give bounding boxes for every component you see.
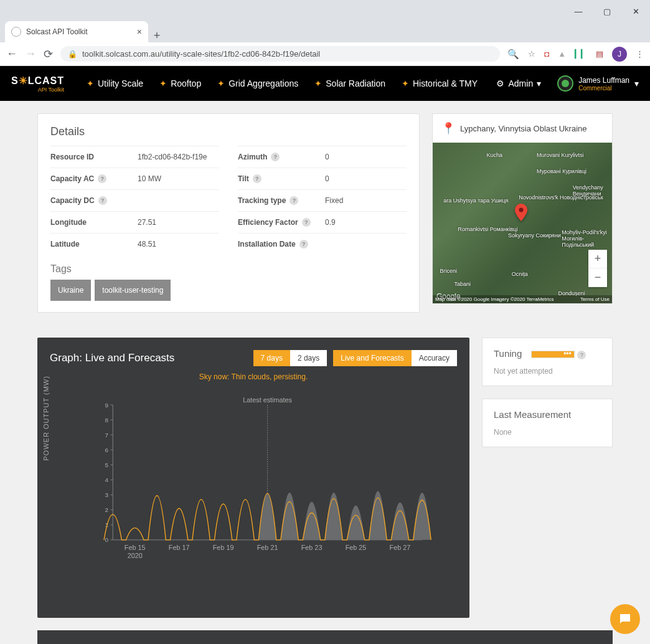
- terms-link[interactable]: Terms of Use: [580, 296, 610, 302]
- zoom-in-button[interactable]: +: [588, 250, 607, 268]
- ext-pdf-icon[interactable]: ▤: [596, 49, 603, 59]
- browser-tab[interactable]: Solcast API Toolkit ×: [5, 21, 148, 42]
- new-tab-button[interactable]: +: [148, 29, 166, 42]
- graph-card: Graph: Live and Forecasts 7 days 2 days …: [37, 338, 469, 618]
- help-icon[interactable]: ?: [290, 196, 298, 205]
- menu-icon[interactable]: ⋮: [636, 49, 644, 59]
- user-menu[interactable]: James Luffman Commercial ▾: [557, 75, 639, 92]
- help-icon[interactable]: ?: [253, 174, 261, 183]
- map-place-label: Ocnița: [512, 271, 528, 277]
- app-nav: S☀LCAST API Toolkit ✦Utility Scale✦Rooft…: [0, 66, 650, 101]
- map-place-label: Novodnistrovs'k Новодністровськ: [519, 194, 603, 201]
- maximize-button[interactable]: ▢: [593, 2, 621, 20]
- svg-text:Feb 25: Feb 25: [346, 544, 367, 551]
- map-pin-icon: [515, 204, 527, 221]
- mode-accuracy-button[interactable]: Accuracy: [412, 350, 457, 366]
- help-icon[interactable]: ?: [577, 351, 586, 359]
- help-icon[interactable]: ?: [98, 174, 106, 183]
- tag[interactable]: toolkit-user-testing: [95, 280, 171, 301]
- details-row: Resource ID1fb2-cd06-842b-f19e: [50, 146, 219, 168]
- mode-toggle: Live and Forecasts Accuracy: [333, 350, 457, 366]
- profile-avatar[interactable]: J: [612, 47, 627, 62]
- search-icon[interactable]: 🔍: [507, 49, 519, 60]
- extensions: 🔍 ☆ ◘ ▲ ▎▎ ▤ J ⋮: [507, 47, 644, 62]
- chevron-down-icon: ▾: [634, 78, 639, 88]
- close-tab-icon[interactable]: ×: [137, 27, 142, 37]
- star-icon[interactable]: ☆: [528, 49, 535, 59]
- mode-live-button[interactable]: Live and Forecasts: [333, 350, 411, 366]
- reload-button[interactable]: ⟳: [44, 47, 53, 61]
- tags-heading: Tags: [50, 263, 407, 275]
- svg-text:Feb 15: Feb 15: [125, 544, 146, 551]
- minimize-button[interactable]: —: [564, 2, 593, 20]
- help-icon[interactable]: ?: [271, 153, 280, 161]
- chart-svg: 0123456789Latest estimatesFeb 15Feb 17Fe…: [50, 394, 457, 568]
- tag[interactable]: Ukraine: [50, 280, 91, 301]
- tuning-progress: [531, 351, 575, 358]
- nav-icon: ✦: [159, 78, 167, 88]
- browser-chrome: — ▢ ✕ Solcast API Toolkit × + ← → ⟳ 🔒 to…: [0, 0, 650, 66]
- map-canvas[interactable]: KuchaMurovani KurylivtsiМуровані Курилів…: [433, 143, 612, 303]
- range-toggle: 7 days 2 days: [253, 350, 327, 366]
- nav-item[interactable]: ✦Rooftop: [159, 78, 201, 88]
- chat-fab[interactable]: [610, 604, 640, 634]
- details-row: Efficiency Factor ?0.9: [238, 211, 407, 233]
- address-bar[interactable]: 🔒 toolkit.solcast.com.au/utility-scale-s…: [60, 46, 500, 62]
- range-7days-button[interactable]: 7 days: [253, 350, 290, 366]
- close-button[interactable]: ✕: [621, 2, 650, 20]
- svg-text:9: 9: [105, 402, 108, 409]
- map-place-label: Муровані Курилівці: [537, 168, 586, 174]
- svg-text:Feb 17: Feb 17: [169, 544, 190, 551]
- details-row: Capacity AC ?10 MW: [50, 168, 219, 189]
- back-button[interactable]: ←: [6, 47, 17, 60]
- tab-bar: Solcast API Toolkit × +: [0, 20, 650, 42]
- tab-title: Solcast API Toolkit: [26, 27, 88, 36]
- nav-item[interactable]: ✦Utility Scale: [87, 78, 143, 88]
- help-icon[interactable]: ?: [299, 240, 308, 249]
- ext-drive-icon[interactable]: ▲: [558, 49, 566, 59]
- svg-text:Feb 19: Feb 19: [213, 544, 234, 551]
- nav-icon: ✦: [217, 78, 225, 88]
- nav-item[interactable]: ✦Historical & TMY: [402, 78, 478, 88]
- map-place-label: Sokyryany Сокиряни: [508, 232, 561, 239]
- admin-menu[interactable]: ⚙ Admin ▾: [496, 78, 541, 88]
- nav-icon: ✦: [87, 78, 94, 88]
- help-icon[interactable]: ?: [302, 218, 311, 227]
- svg-text:0: 0: [105, 536, 108, 543]
- graph-title: Graph: Live and Forecasts: [50, 352, 174, 364]
- svg-text:7: 7: [105, 432, 108, 438]
- svg-text:6: 6: [105, 447, 108, 453]
- pin-icon: 📍: [441, 121, 455, 135]
- nav-icon: ✦: [402, 78, 409, 88]
- map-location: Lypchany, Vinnytsia Oblast Ukraine: [460, 124, 587, 133]
- help-icon[interactable]: ?: [98, 196, 107, 205]
- details-row: Tracking type ?Fixed: [238, 189, 407, 211]
- last-measurement-value: None: [494, 428, 601, 437]
- tuning-status: Not yet attempted: [494, 367, 601, 376]
- chevron-down-icon: ▾: [537, 78, 541, 88]
- download-panel: Download data from the API Check out the…: [37, 630, 613, 644]
- zoom-out-button[interactable]: −: [588, 268, 607, 287]
- url-text: toolkit.solcast.com.au/utility-scale-sit…: [82, 49, 320, 59]
- svg-text:3: 3: [105, 491, 108, 498]
- last-measurement-card: Last Measurement None: [482, 399, 613, 447]
- map-place-label: Mohyliv-Podil's'kyi Могилів-Подільський: [562, 229, 612, 248]
- svg-point-0: [519, 208, 524, 212]
- range-2days-button[interactable]: 2 days: [290, 350, 327, 366]
- sky-now: Sky now: Thin clouds, persisting.: [50, 372, 457, 381]
- svg-text:4: 4: [105, 476, 108, 483]
- chart: POWER OUTPUT (MW) 0123456789Latest estim…: [50, 394, 457, 605]
- map-place-label: Briceni: [440, 268, 458, 274]
- details-card: Details Resource ID1fb2-cd06-842b-f19eCa…: [37, 113, 420, 313]
- details-row: Latitude48.51: [50, 233, 219, 255]
- forward-button[interactable]: →: [25, 47, 36, 60]
- gear-icon: ⚙: [496, 78, 504, 88]
- svg-text:Latest estimates: Latest estimates: [243, 396, 292, 404]
- nav-item[interactable]: ✦Solar Radiation: [314, 78, 385, 88]
- user-avatar-icon: [557, 75, 573, 92]
- lock-icon: 🔒: [68, 50, 77, 59]
- nav-item[interactable]: ✦Grid Aggregations: [217, 78, 298, 88]
- ext-pocket-icon[interactable]: ◘: [544, 49, 549, 59]
- ext-bar-icon[interactable]: ▎▎: [575, 49, 587, 59]
- app-logo[interactable]: S☀LCAST API Toolkit: [11, 75, 64, 93]
